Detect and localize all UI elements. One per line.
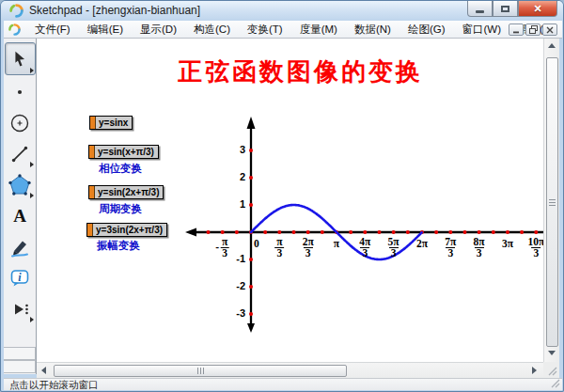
arrow-left-icon bbox=[41, 367, 46, 374]
action-button-2[interactable]: y=sin(x+π/3) bbox=[88, 145, 159, 159]
x-tick-label: 8π3 bbox=[473, 237, 486, 259]
marker-tool[interactable] bbox=[6, 232, 35, 261]
y-tick-label: -3 bbox=[227, 307, 245, 320]
y-tick-label: -2 bbox=[227, 280, 245, 292]
tool-palette-cell bbox=[4, 360, 36, 373]
button-label: y=sinx bbox=[96, 117, 132, 129]
mdi-minimize-icon bbox=[512, 26, 520, 34]
scroll-down-button[interactable] bbox=[548, 351, 556, 355]
x-tick-label: 0 bbox=[254, 237, 259, 249]
page-title: 正弦函数图像的变换 bbox=[178, 55, 423, 88]
mdi-restore-icon bbox=[529, 25, 538, 34]
title-bar[interactable]: Sketchpad - [zhengxian-bianhuan] ✕ bbox=[1, 1, 563, 21]
sketch-canvas[interactable]: 正弦函数图像的变换 y=sinxy=sin(x+π/3)相位变换y=sin(2x… bbox=[37, 39, 543, 362]
transform-caption: 相位变换 bbox=[99, 162, 142, 176]
y-tick-label: -1 bbox=[227, 253, 245, 265]
information-tool[interactable]: i bbox=[6, 263, 35, 292]
status-bar: 点击以开始滚动窗口 bbox=[4, 378, 562, 390]
close-button[interactable]: ✕ bbox=[518, 1, 557, 17]
text-tool[interactable]: A bbox=[6, 201, 35, 230]
polygon-tool[interactable] bbox=[6, 170, 35, 199]
svg-text:A: A bbox=[13, 206, 26, 226]
mdi-minimize-button[interactable] bbox=[509, 24, 524, 36]
tool-flyout-indicator bbox=[30, 68, 34, 73]
compass-circle-tool[interactable] bbox=[6, 108, 35, 137]
menu-item-display[interactable]: 显示(D) bbox=[132, 21, 185, 39]
y-tick-label: 3 bbox=[227, 144, 245, 156]
menu-item-construct[interactable]: 构造(C) bbox=[185, 21, 239, 39]
maximize-icon bbox=[501, 6, 509, 12]
straightedge-icon bbox=[9, 144, 30, 165]
minimize-button[interactable] bbox=[467, 1, 493, 17]
x-tick-label: π bbox=[334, 237, 339, 249]
custom-tool-tool[interactable] bbox=[6, 294, 35, 323]
scroll-up-button[interactable] bbox=[548, 43, 556, 48]
mdi-restore-button[interactable] bbox=[525, 24, 540, 36]
maximize-button[interactable] bbox=[493, 1, 518, 17]
scroll-right-button[interactable] bbox=[532, 367, 537, 374]
point-tool[interactable] bbox=[6, 77, 35, 106]
window-title: Sketchpad - [zhengxian-bianhuan] bbox=[29, 4, 200, 17]
custom-tool-icon bbox=[8, 298, 31, 321]
x-tick-label: 7π3 bbox=[444, 237, 457, 259]
tool-flyout-indicator bbox=[30, 317, 34, 322]
transform-caption: 振幅变换 bbox=[97, 239, 140, 253]
x-tick-label: 5π3 bbox=[387, 237, 400, 259]
menu-bar: 文件(F)编辑(E)显示(D)构造(C)变换(T)度量(M)数据(N)绘图(G)… bbox=[4, 21, 562, 39]
selection-arrow-tool[interactable] bbox=[5, 42, 36, 75]
menubar-items: 文件(F)编辑(E)显示(D)构造(C)变换(T)度量(M)数据(N)绘图(G)… bbox=[26, 21, 563, 39]
y-tick-label: 2 bbox=[227, 171, 245, 183]
tool-palette-footer bbox=[4, 347, 37, 374]
menu-item-file[interactable]: 文件(F) bbox=[26, 21, 79, 39]
text-icon: A bbox=[8, 205, 31, 227]
action-button-1[interactable]: y=sinx bbox=[89, 116, 133, 130]
tool-palette-cell bbox=[4, 347, 36, 360]
sketchpad-app-icon bbox=[9, 4, 24, 18]
compass-circle-icon bbox=[8, 112, 31, 134]
minimize-icon bbox=[476, 10, 484, 13]
transform-caption: 周期变换 bbox=[99, 202, 142, 216]
menu-item-edit[interactable]: 编辑(E) bbox=[79, 21, 132, 39]
vertical-scroll-thumb[interactable] bbox=[546, 57, 558, 347]
arrow-right-icon bbox=[532, 367, 537, 374]
menu-item-graph[interactable]: 绘图(G) bbox=[400, 21, 454, 39]
button-label: y=3sin(2x+π/3) bbox=[93, 224, 166, 236]
button-label: y=sin(2x+π/3) bbox=[95, 186, 163, 198]
document-icon bbox=[8, 24, 21, 36]
status-text: 点击以开始滚动窗口 bbox=[9, 379, 99, 390]
button-label: y=sin(x+π/3) bbox=[95, 146, 158, 158]
x-tick-label: 2π3 bbox=[302, 237, 315, 259]
action-button-3[interactable]: y=sin(2x+π/3) bbox=[88, 185, 164, 199]
mdi-close-icon bbox=[546, 26, 554, 34]
thumb-grip bbox=[549, 199, 556, 206]
menu-item-window[interactable]: 窗口(W) bbox=[453, 21, 509, 39]
resize-grip-icon bbox=[548, 367, 557, 376]
polygon-icon bbox=[8, 173, 32, 197]
caption-buttons: ✕ bbox=[467, 1, 557, 17]
tool-flyout-indicator bbox=[30, 193, 34, 198]
menu-item-measure[interactable]: 度量(M) bbox=[291, 21, 346, 39]
x-tick-label: 4π3 bbox=[358, 237, 371, 259]
tool-flyout-indicator bbox=[30, 162, 34, 167]
mdi-close-button[interactable] bbox=[542, 24, 557, 36]
vertical-scrollbar[interactable] bbox=[543, 39, 559, 362]
straightedge-tool[interactable] bbox=[6, 139, 35, 168]
x-tick-label: 10π3 bbox=[526, 237, 543, 259]
action-button-4[interactable]: y=3sin(2x+π/3) bbox=[86, 223, 167, 237]
menu-item-data[interactable]: 数据(N) bbox=[346, 21, 400, 39]
selection-arrow-icon bbox=[9, 49, 30, 70]
horizontal-scroll-thumb[interactable] bbox=[54, 365, 347, 377]
arrow-down-icon bbox=[548, 351, 556, 355]
point-icon bbox=[9, 82, 30, 102]
y-tick-label: 1 bbox=[227, 198, 245, 211]
thumb-grip bbox=[197, 368, 204, 374]
x-tick-label: 2π bbox=[416, 237, 428, 249]
resize-grip-icon[interactable] bbox=[551, 379, 560, 388]
scrollbar-corner bbox=[543, 362, 559, 378]
horizontal-scrollbar[interactable] bbox=[37, 362, 543, 378]
close-icon: ✕ bbox=[533, 4, 541, 14]
arrow-up-icon bbox=[548, 43, 556, 48]
scroll-left-button[interactable] bbox=[41, 367, 46, 374]
menu-item-transform[interactable]: 变换(T) bbox=[239, 21, 291, 39]
mdi-window-buttons bbox=[509, 24, 557, 36]
